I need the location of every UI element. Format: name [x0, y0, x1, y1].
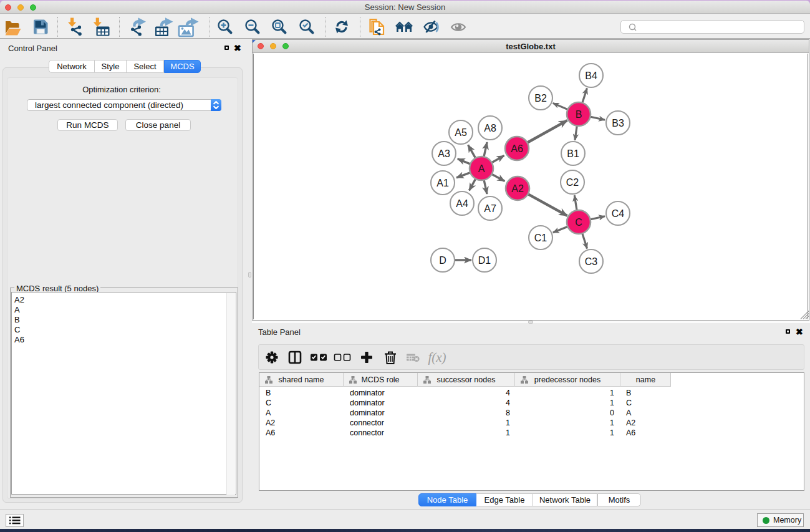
svg-text:A6: A6 [511, 143, 523, 154]
svg-text:C3: C3 [585, 256, 598, 267]
svg-text:A4: A4 [456, 198, 468, 209]
svg-text:A1: A1 [436, 178, 449, 188]
svg-text:B1: B1 [567, 148, 579, 159]
svg-text:A5: A5 [455, 127, 467, 138]
svg-text:B: B [576, 109, 582, 120]
svg-text:C2: C2 [566, 177, 579, 188]
svg-text:C: C [575, 217, 582, 228]
svg-text:D1: D1 [478, 255, 491, 266]
svg-text:A2: A2 [511, 183, 524, 194]
svg-text:B4: B4 [585, 70, 597, 81]
svg-text:A7: A7 [484, 203, 496, 214]
svg-text:B2: B2 [534, 93, 547, 104]
svg-text:A8: A8 [484, 123, 496, 133]
svg-text:B3: B3 [612, 118, 624, 128]
svg-text:A: A [478, 163, 485, 174]
svg-text:f(x): f(x) [428, 350, 446, 365]
svg-text:C4: C4 [612, 208, 625, 219]
svg-text:D: D [439, 255, 446, 266]
svg-text:A3: A3 [438, 148, 450, 159]
svg-text:C1: C1 [534, 233, 547, 243]
